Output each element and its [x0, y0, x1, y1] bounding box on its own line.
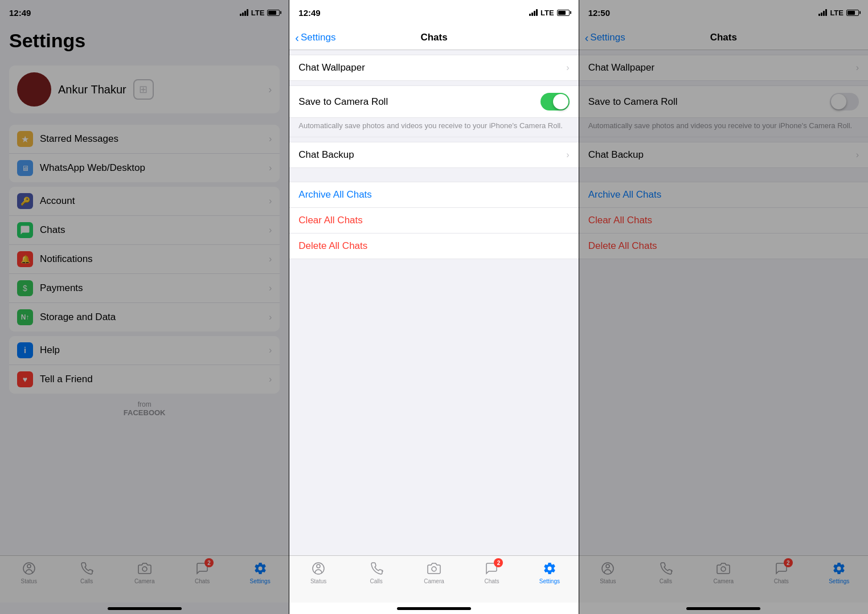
- home-bar-2: [397, 607, 471, 610]
- chats-label: Chats: [40, 224, 262, 236]
- tab-bar-1: Status Calls Camera 2 Chats Settings: [0, 555, 289, 603]
- settings-section-3: i Help › ♥ Tell a Friend ›: [9, 336, 280, 394]
- chevron-right-icon: ›: [566, 63, 569, 73]
- archive-all-item[interactable]: Archive All Chats: [289, 182, 578, 208]
- back-label-2: Settings: [301, 32, 335, 43]
- save-camera-roll-label: Save to Camera Roll: [298, 96, 540, 108]
- tab-status-3[interactable]: Status: [579, 560, 637, 584]
- tab-chats-1[interactable]: 2 Chats: [173, 560, 231, 584]
- arrow-icon: ›: [269, 134, 272, 144]
- help-label: Help: [40, 345, 262, 356]
- chats-badge-2: 2: [494, 558, 503, 567]
- tell-friend-item[interactable]: ♥ Tell a Friend ›: [9, 365, 280, 394]
- chat-wallpaper-label-3: Chat Wallpaper: [588, 62, 856, 73]
- status-icons-2: LTE: [529, 9, 570, 17]
- time-3: 12:50: [588, 8, 610, 18]
- tab-camera-1[interactable]: Camera: [116, 560, 173, 584]
- tab-calls-3[interactable]: Calls: [637, 560, 694, 584]
- tab-settings-3[interactable]: Settings: [810, 560, 868, 584]
- chats-badge-3: 2: [784, 558, 793, 567]
- tell-friend-label: Tell a Friend: [40, 374, 262, 385]
- tab-camera-label-1: Camera: [134, 578, 155, 584]
- tab-calls-label-2: Calls: [370, 578, 382, 584]
- svg-point-8: [721, 567, 726, 571]
- profile-arrow-icon: ›: [268, 84, 272, 96]
- chats-item[interactable]: Chats ›: [9, 216, 280, 245]
- tab-chats-label-3: Chats: [774, 578, 789, 584]
- whatsapp-web-item[interactable]: 🖥 WhatsApp Web/Desktop ›: [9, 154, 280, 182]
- nav-title-3: Chats: [710, 32, 737, 43]
- from-text: from: [9, 400, 280, 408]
- arrow-icon: ›: [269, 254, 272, 264]
- save-camera-roll-item[interactable]: Save to Camera Roll: [289, 86, 578, 117]
- storage-item[interactable]: N↑ Storage and Data ›: [9, 303, 280, 331]
- tab-status-1[interactable]: Status: [0, 560, 58, 584]
- time-1: 12:49: [9, 8, 31, 18]
- bell-icon: 🔔: [17, 251, 33, 267]
- tab-status-2[interactable]: Status: [289, 560, 347, 584]
- help-item[interactable]: i Help ›: [9, 336, 280, 365]
- delete-all-item-3[interactable]: Delete All Chats: [579, 234, 868, 259]
- battery-icon-2: [557, 10, 570, 16]
- tab-calls-label-3: Calls: [660, 578, 672, 584]
- tab-chats-2[interactable]: 2 Chats: [463, 560, 521, 584]
- back-button-2[interactable]: ‹ Settings: [295, 32, 335, 43]
- chat-wallpaper-item-3[interactable]: Chat Wallpaper ›: [579, 55, 868, 80]
- notifications-item[interactable]: 🔔 Notifications ›: [9, 245, 280, 274]
- chevron-left-icon-2: ‹: [295, 32, 299, 43]
- back-button-3[interactable]: ‹ Settings: [585, 32, 625, 43]
- tab-camera-2[interactable]: Camera: [405, 560, 462, 584]
- tab-settings-1[interactable]: Settings: [231, 560, 289, 584]
- home-indicator-1: [0, 603, 289, 614]
- chats-tab-icon-3: 2: [773, 560, 789, 576]
- nav-title-2: Chats: [420, 32, 447, 43]
- from-facebook: from FACEBOOK: [9, 398, 280, 418]
- archive-all-label-3: Archive All Chats: [588, 189, 662, 200]
- toggle-knob: [553, 94, 568, 109]
- chat-backup-item[interactable]: Chat Backup ›: [289, 142, 578, 167]
- tab-settings-label-2: Settings: [539, 578, 560, 584]
- facebook-brand: FACEBOOK: [9, 408, 280, 417]
- tab-calls-2[interactable]: Calls: [347, 560, 405, 584]
- tab-status-label-1: Status: [21, 578, 37, 584]
- svg-point-1: [27, 564, 31, 568]
- svg-point-2: [142, 567, 147, 571]
- profile-row[interactable]: Ankur Thakur ⊞ ›: [9, 66, 280, 113]
- profile-name: Ankur Thakur: [58, 83, 126, 96]
- payments-label: Payments: [40, 283, 262, 294]
- settings-section-2: 🔑 Account › Chats › 🔔 Notifications ›: [9, 187, 280, 331]
- camera-icon: [137, 560, 153, 576]
- clear-all-label-3: Clear All Chats: [588, 215, 652, 226]
- chat-wallpaper-item[interactable]: Chat Wallpaper ›: [289, 55, 578, 80]
- clear-all-item-3[interactable]: Clear All Chats: [579, 208, 868, 234]
- tab-camera-label-3: Camera: [714, 578, 734, 584]
- archive-all-label: Archive All Chats: [298, 189, 372, 200]
- tab-camera-3[interactable]: Camera: [695, 560, 752, 584]
- chat-backup-item-3[interactable]: Chat Backup ›: [579, 142, 868, 167]
- tab-chats-3[interactable]: 2 Chats: [752, 560, 810, 584]
- camera-roll-section: Save to Camera Roll: [289, 85, 578, 118]
- arrow-icon: ›: [269, 163, 272, 173]
- payments-item[interactable]: $ Payments ›: [9, 274, 280, 303]
- save-camera-roll-item-3[interactable]: Save to Camera Roll: [579, 86, 868, 117]
- chats-screen-on: 12:49 LTE ‹ Settings Chats Chat Wallpa: [289, 0, 578, 614]
- tab-settings-2[interactable]: Settings: [521, 560, 578, 584]
- home-bar-1: [108, 607, 182, 610]
- delete-all-item[interactable]: Delete All Chats: [289, 234, 578, 259]
- status-bar-3: 12:50 LTE: [579, 0, 868, 25]
- clear-all-item[interactable]: Clear All Chats: [289, 208, 578, 234]
- tab-camera-label-2: Camera: [424, 578, 444, 584]
- back-label-3: Settings: [590, 32, 625, 43]
- camera-roll-toggle-on[interactable]: [541, 93, 570, 110]
- archive-all-item-3[interactable]: Archive All Chats: [579, 182, 868, 208]
- home-indicator-3: [579, 603, 868, 614]
- svg-point-4: [317, 564, 320, 568]
- notifications-label: Notifications: [40, 253, 262, 265]
- page-title: Settings: [9, 30, 280, 52]
- tab-bar-2: Status Calls Camera 2 Chats Settings: [289, 555, 578, 603]
- tab-calls-1[interactable]: Calls: [58, 560, 115, 584]
- starred-messages-item[interactable]: ★ Starred Messages ›: [9, 125, 280, 154]
- account-item[interactable]: 🔑 Account ›: [9, 187, 280, 216]
- camera-roll-toggle-off[interactable]: [830, 93, 859, 110]
- camera-roll-subtitle-3: Automatically save photos and videos you…: [579, 118, 868, 137]
